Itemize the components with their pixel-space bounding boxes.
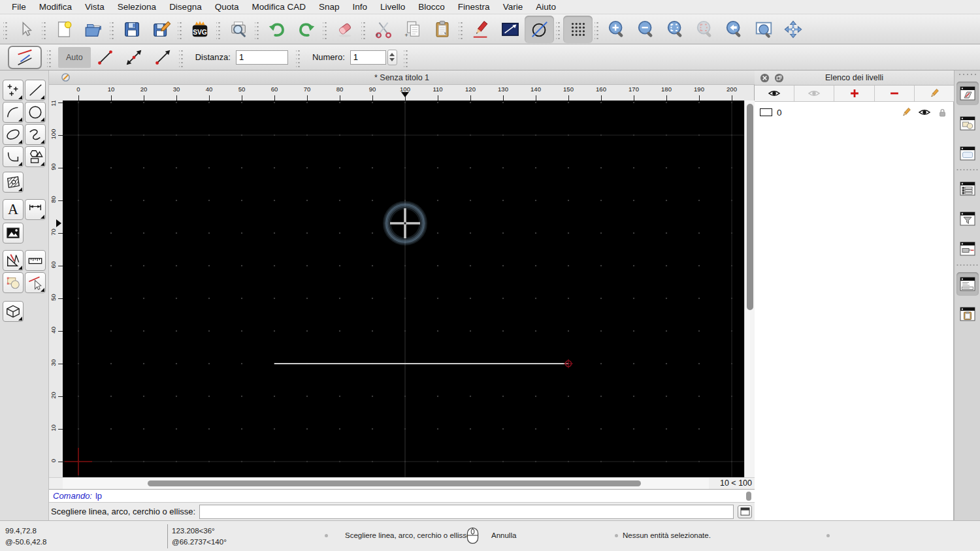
zoom-in-icon: [607, 20, 627, 39]
tool-polyline-button[interactable]: [3, 146, 24, 167]
menu-blocco[interactable]: Blocco: [412, 2, 451, 12]
export-svg-button[interactable]: SVG: [185, 16, 214, 43]
tool-arc-button[interactable]: [3, 102, 24, 123]
zoom-selection-button[interactable]: [690, 16, 719, 43]
cut-button[interactable]: +: [368, 16, 398, 43]
grid-toggle-button[interactable]: [563, 16, 593, 43]
current-action-button[interactable]: [525, 16, 554, 43]
tool-select-button[interactable]: [25, 272, 46, 293]
tool-ellipse-button[interactable]: [3, 124, 24, 145]
zoom-in-button[interactable]: [602, 16, 631, 43]
hruler-label: 170: [629, 86, 639, 93]
toggle-command-widget-button[interactable]: [956, 272, 979, 296]
toggle-layer-list-button[interactable]: [956, 82, 979, 105]
vertical-scrollbar-thumb[interactable]: [747, 104, 753, 310]
tool-spline-button[interactable]: [25, 124, 46, 145]
toggle-entity-list-button[interactable]: [956, 177, 979, 200]
distance-input[interactable]: [236, 50, 288, 65]
redo-button[interactable]: [291, 16, 321, 43]
tool-dimension-button[interactable]: [25, 199, 46, 220]
print-preview-button[interactable]: [223, 16, 253, 43]
hruler-label: 110: [433, 86, 442, 93]
parallel-lines-tool-button[interactable]: [8, 46, 42, 69]
show-all-layers-button[interactable]: [755, 86, 794, 101]
tool-hatch-button[interactable]: [3, 172, 24, 193]
open-document-button[interactable]: [78, 16, 108, 43]
kill-all-actions-button[interactable]: [330, 16, 359, 43]
zoom-window-button[interactable]: [749, 16, 778, 43]
tool-image-button[interactable]: [3, 223, 24, 244]
drawing-canvas[interactable]: [63, 101, 744, 477]
tool-explode-button[interactable]: [3, 272, 24, 293]
vruler-tick: [58, 331, 63, 332]
tool-modify-button[interactable]: [3, 250, 24, 271]
menu-quota[interactable]: Quota: [208, 2, 246, 12]
horizontal-scrollbar[interactable]: [63, 478, 709, 490]
copy-button[interactable]: +: [398, 16, 427, 43]
remove-layer-button[interactable]: [875, 86, 915, 101]
menu-disegna[interactable]: Disegna: [163, 2, 208, 12]
eye-icon[interactable]: [918, 106, 931, 119]
draw-button[interactable]: [466, 16, 495, 43]
menu-seleziona[interactable]: Seleziona: [111, 2, 163, 12]
close-icon[interactable]: [760, 73, 770, 83]
tool-text-button[interactable]: A: [3, 199, 24, 220]
menu-file[interactable]: File: [5, 2, 33, 12]
menu-varie[interactable]: Varie: [497, 2, 530, 12]
pencil-icon[interactable]: [900, 106, 912, 118]
tool-measure-button[interactable]: [25, 250, 46, 271]
toggle-clipboard-button[interactable]: [956, 302, 979, 326]
zoom-auto-button[interactable]: [661, 16, 690, 43]
line-ray-button[interactable]: [148, 46, 177, 69]
history-scrollbar-thumb[interactable]: [746, 492, 751, 501]
vertical-scrollbar[interactable]: [744, 101, 755, 477]
paste-button[interactable]: [427, 16, 457, 43]
save-as-button[interactable]: [146, 16, 176, 43]
line-symmetric-button[interactable]: [120, 46, 148, 69]
text-icon: A: [5, 202, 21, 217]
layer-row[interactable]: 0: [755, 104, 954, 120]
number-spinner[interactable]: [387, 50, 397, 65]
pan-zoom-button[interactable]: [778, 16, 808, 43]
tool-3d-button[interactable]: [3, 301, 24, 322]
menu-livello[interactable]: Livello: [374, 2, 412, 12]
zoom-out-button[interactable]: [631, 16, 661, 43]
edit-layer-button[interactable]: [915, 86, 954, 101]
toggle-block-list-button[interactable]: [956, 112, 979, 135]
float-panel-icon[interactable]: [774, 73, 784, 83]
new-document-button[interactable]: [49, 16, 78, 43]
command-dock-button[interactable]: [738, 505, 752, 518]
lock-icon[interactable]: [937, 107, 948, 118]
hruler-tick: [536, 95, 536, 101]
tool-circle-button[interactable]: [25, 102, 46, 123]
horizontal-scrollbar-thumb[interactable]: [148, 480, 641, 486]
menu-snap[interactable]: Snap: [312, 2, 346, 12]
document-titlebar[interactable]: * Senza titolo 1: [49, 71, 755, 85]
toggle-library-browser-button[interactable]: [956, 142, 979, 165]
tool-polygon-button[interactable]: [25, 146, 46, 167]
menu-modifica[interactable]: Modifica: [33, 2, 78, 12]
menu-modifica-cad[interactable]: Modifica CAD: [245, 2, 312, 12]
zoom-previous-button[interactable]: [719, 16, 749, 43]
menu-aiuto[interactable]: Aiuto: [529, 2, 563, 12]
command-input[interactable]: [199, 505, 734, 519]
toggle-selection-filter-button[interactable]: [956, 207, 979, 230]
undo-button[interactable]: [262, 16, 291, 43]
number-input[interactable]: [350, 50, 386, 65]
toggle-pen-palette-button[interactable]: [956, 237, 979, 260]
menu-info[interactable]: Info: [346, 2, 374, 12]
add-layer-button[interactable]: [834, 86, 874, 101]
line-tool-button[interactable]: [495, 16, 525, 43]
auto-mode-button[interactable]: Auto: [58, 47, 91, 68]
layer-color-swatch[interactable]: [760, 108, 772, 116]
hruler-tick: [176, 95, 177, 101]
menu-finestra[interactable]: Finestra: [451, 2, 497, 12]
hide-all-layers-button[interactable]: [794, 86, 834, 101]
absolute-coordinate: 99.4,72.8: [5, 526, 46, 537]
line-two-points-button[interactable]: [91, 46, 120, 69]
tool-points-button[interactable]: [3, 80, 24, 101]
menu-vista[interactable]: Vista: [78, 2, 111, 12]
select-button[interactable]: [10, 16, 40, 43]
tool-line-button[interactable]: [25, 80, 46, 101]
save-button[interactable]: [117, 16, 146, 43]
